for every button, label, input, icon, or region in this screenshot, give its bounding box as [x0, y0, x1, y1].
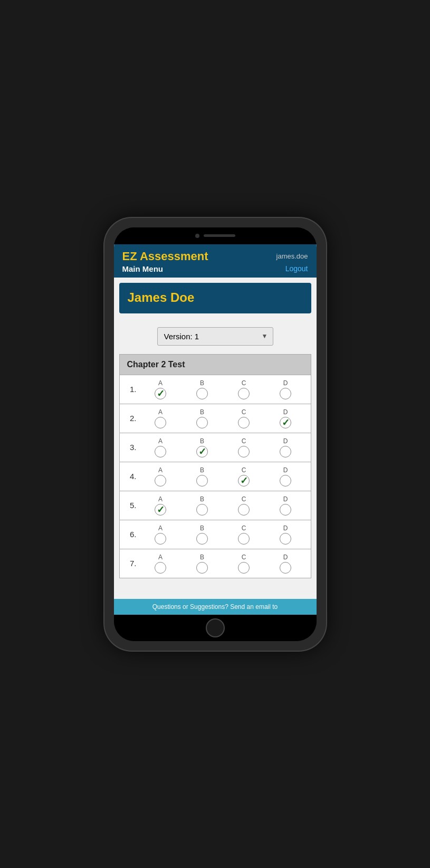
content-area: James Doe Version: 1 Version: 2 Version:…: [114, 278, 317, 615]
footer-bar: Questions or Suggestions? Send an email …: [114, 599, 317, 615]
option-C[interactable]: C: [223, 551, 265, 576]
question-number: 7.: [124, 559, 140, 568]
table-row: 4. A B: [119, 462, 311, 491]
table-row: 2. A B: [119, 404, 311, 433]
table-row: 6. A B: [119, 520, 311, 549]
username-display: james.doe: [276, 252, 308, 260]
test-table: Chapter 2 Test 1.: [119, 354, 311, 578]
question-number: 5.: [124, 501, 140, 510]
question-3-options: 3. A B ✓: [124, 435, 307, 460]
version-select-container[interactable]: Version: 1 Version: 2 Version: 3 ▼: [157, 327, 273, 346]
options-grid: A B C: [140, 551, 307, 576]
option-C[interactable]: C: [223, 522, 265, 547]
app-title: EZ Assessment: [122, 250, 208, 263]
options-grid: A B C: [140, 406, 307, 431]
question-6-options: 6. A B: [124, 522, 307, 547]
question-number: 1.: [124, 385, 140, 394]
option-D[interactable]: D: [265, 522, 307, 547]
user-header-card: James Doe: [119, 283, 311, 313]
option-C[interactable]: C: [223, 493, 265, 518]
table-row: 7. A B: [119, 549, 311, 578]
question-number: 2.: [124, 414, 140, 423]
question-number: 4.: [124, 472, 140, 481]
option-A[interactable]: A: [140, 435, 181, 460]
phone-notch: [114, 227, 317, 244]
options-grid: A ✓ B C: [140, 377, 307, 402]
main-content: Version: 1 Version: 2 Version: 3 ▼ Chapt…: [114, 319, 317, 599]
option-D[interactable]: D: [265, 493, 307, 518]
options-grid: A ✓ B C: [140, 493, 307, 518]
question-4-options: 4. A B: [124, 464, 307, 489]
options-grid: A B C: [140, 464, 307, 489]
question-5-options: 5. A ✓ B: [124, 493, 307, 518]
option-A[interactable]: A ✓: [140, 377, 181, 402]
test-title: Chapter 2 Test: [119, 354, 311, 375]
option-D[interactable]: D: [265, 435, 307, 460]
option-B[interactable]: B: [181, 493, 223, 518]
camera-icon: [195, 234, 199, 238]
table-row: 1. A ✓ B: [119, 375, 311, 404]
phone-device: EZ Assessment james.doe Main Menu Logout…: [104, 218, 326, 651]
option-B[interactable]: B: [181, 464, 223, 489]
home-button[interactable]: [206, 618, 225, 637]
option-A[interactable]: A: [140, 551, 181, 576]
option-B[interactable]: B: [181, 377, 223, 402]
option-D[interactable]: D ✓: [265, 406, 307, 431]
table-row: 3. A B ✓: [119, 433, 311, 462]
option-D[interactable]: D: [265, 464, 307, 489]
footer-text: Questions or Suggestions? Send an email …: [152, 603, 278, 611]
option-C[interactable]: C: [223, 377, 265, 402]
phone-screen: EZ Assessment james.doe Main Menu Logout…: [114, 227, 317, 641]
option-C[interactable]: C: [223, 435, 265, 460]
phone-bottom: [114, 615, 317, 641]
option-A[interactable]: A: [140, 406, 181, 431]
user-name-display: James Doe: [128, 290, 195, 304]
question-number: 3.: [124, 443, 140, 452]
logout-button[interactable]: Logout: [285, 264, 308, 273]
option-B[interactable]: B: [181, 522, 223, 547]
option-A[interactable]: A: [140, 464, 181, 489]
nav-bar: EZ Assessment james.doe Main Menu Logout: [114, 244, 317, 278]
version-select-wrapper: Version: 1 Version: 2 Version: 3 ▼: [119, 327, 311, 346]
options-grid: A B ✓ C: [140, 435, 307, 460]
option-A[interactable]: A ✓: [140, 493, 181, 518]
option-A[interactable]: A: [140, 522, 181, 547]
screen-content: EZ Assessment james.doe Main Menu Logout…: [114, 244, 317, 615]
question-2-options: 2. A B: [124, 406, 307, 431]
question-number: 6.: [124, 530, 140, 539]
options-grid: A B C: [140, 522, 307, 547]
option-D[interactable]: D: [265, 551, 307, 576]
table-row: 5. A ✓ B: [119, 491, 311, 520]
version-select[interactable]: Version: 1 Version: 2 Version: 3: [157, 327, 273, 346]
question-7-options: 7. A B: [124, 551, 307, 576]
option-D[interactable]: D: [265, 377, 307, 402]
main-menu-link[interactable]: Main Menu: [122, 264, 164, 273]
option-B[interactable]: B: [181, 551, 223, 576]
option-B[interactable]: B: [181, 406, 223, 431]
speaker-icon: [204, 234, 235, 237]
option-C[interactable]: C ✓: [223, 464, 265, 489]
option-B[interactable]: B ✓: [181, 435, 223, 460]
option-C[interactable]: C: [223, 406, 265, 431]
question-1-options: 1. A ✓ B: [124, 377, 307, 402]
